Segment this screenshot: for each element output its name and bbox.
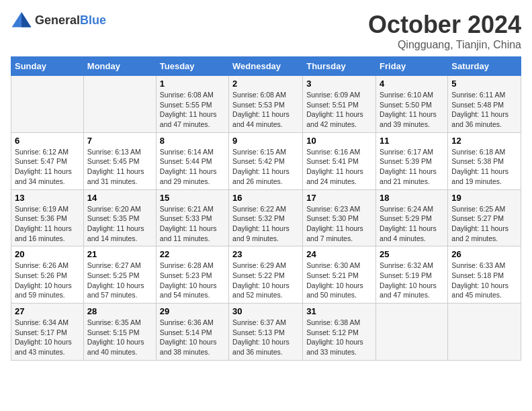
sunrise-text: Sunrise: 6:13 AM — [87, 148, 141, 156]
sunset-text: Sunset: 5:15 PM — [87, 328, 140, 336]
day-info: Sunrise: 6:18 AM Sunset: 5:38 PM Dayligh… — [451, 147, 517, 187]
calendar-cell: 9 Sunrise: 6:15 AM Sunset: 5:42 PM Dayli… — [229, 132, 303, 189]
calendar-cell: 16 Sunrise: 6:22 AM Sunset: 5:32 PM Dayl… — [229, 189, 303, 246]
day-number: 29 — [160, 306, 225, 316]
sunrise-text: Sunrise: 6:28 AM — [160, 261, 214, 269]
logo-text: GeneralBlue — [35, 13, 106, 28]
location-title: Qingguang, Tianjin, China — [368, 39, 521, 51]
day-number: 18 — [380, 193, 444, 203]
day-info: Sunrise: 6:15 AM Sunset: 5:42 PM Dayligh… — [232, 147, 299, 187]
day-number: 17 — [306, 193, 372, 203]
calendar-cell: 27 Sunrise: 6:34 AM Sunset: 5:17 PM Dayl… — [11, 304, 84, 361]
day-number: 6 — [15, 136, 80, 146]
day-number: 4 — [380, 79, 444, 89]
calendar-cell — [376, 304, 448, 361]
day-number: 26 — [451, 249, 517, 259]
sunset-text: Sunset: 5:47 PM — [15, 157, 67, 165]
sunrise-text: Sunrise: 6:30 AM — [306, 261, 360, 269]
day-number: 16 — [232, 193, 299, 203]
daylight-text: Daylight: 11 hours and 11 minutes. — [160, 224, 217, 242]
sunrise-text: Sunrise: 6:27 AM — [87, 261, 141, 269]
day-info: Sunrise: 6:35 AM Sunset: 5:15 PM Dayligh… — [87, 318, 152, 357]
sunset-text: Sunset: 5:13 PM — [232, 328, 285, 336]
day-info: Sunrise: 6:23 AM Sunset: 5:30 PM Dayligh… — [306, 204, 372, 244]
sunrise-text: Sunrise: 6:08 AM — [232, 91, 286, 99]
sunset-text: Sunset: 5:44 PM — [160, 157, 212, 165]
sunrise-text: Sunrise: 6:23 AM — [306, 205, 360, 213]
day-info: Sunrise: 6:12 AM Sunset: 5:47 PM Dayligh… — [15, 147, 80, 187]
sunrise-text: Sunrise: 6:09 AM — [306, 91, 360, 99]
sunset-text: Sunset: 5:39 PM — [380, 157, 432, 165]
sunrise-text: Sunrise: 6:20 AM — [87, 205, 141, 213]
calendar-cell: 26 Sunrise: 6:33 AM Sunset: 5:18 PM Dayl… — [448, 246, 521, 304]
weekday-header-sunday: Sunday — [11, 57, 84, 76]
day-number: 10 — [306, 136, 372, 146]
weekday-header-row: SundayMondayTuesdayWednesdayThursdayFrid… — [11, 57, 521, 76]
calendar-week-row: 20 Sunrise: 6:26 AM Sunset: 5:26 PM Dayl… — [11, 246, 521, 304]
day-number: 5 — [451, 79, 517, 89]
sunrise-text: Sunrise: 6:36 AM — [160, 318, 214, 326]
sunrise-text: Sunrise: 6:17 AM — [380, 148, 433, 156]
day-info: Sunrise: 6:34 AM Sunset: 5:17 PM Dayligh… — [15, 318, 80, 357]
daylight-text: Daylight: 11 hours and 31 minutes. — [87, 167, 144, 185]
calendar-cell: 31 Sunrise: 6:38 AM Sunset: 5:12 PM Dayl… — [303, 304, 376, 361]
sunrise-text: Sunrise: 6:26 AM — [15, 261, 69, 269]
logo-icon — [11, 11, 32, 30]
calendar-cell: 7 Sunrise: 6:13 AM Sunset: 5:45 PM Dayli… — [83, 132, 156, 189]
calendar-week-row: 1 Sunrise: 6:08 AM Sunset: 5:55 PM Dayli… — [11, 76, 521, 133]
daylight-text: Daylight: 10 hours and 38 minutes. — [160, 338, 217, 356]
sunrise-text: Sunrise: 6:33 AM — [451, 261, 505, 269]
sunrise-text: Sunrise: 6:12 AM — [15, 148, 69, 156]
day-info: Sunrise: 6:25 AM Sunset: 5:27 PM Dayligh… — [451, 204, 517, 244]
day-info: Sunrise: 6:20 AM Sunset: 5:35 PM Dayligh… — [87, 204, 152, 244]
day-number: 27 — [15, 306, 80, 316]
sunrise-text: Sunrise: 6:24 AM — [380, 205, 433, 213]
calendar-table: SundayMondayTuesdayWednesdayThursdayFrid… — [11, 56, 521, 361]
daylight-text: Daylight: 11 hours and 39 minutes. — [380, 110, 437, 128]
day-number: 3 — [306, 79, 372, 89]
day-info: Sunrise: 6:37 AM Sunset: 5:13 PM Dayligh… — [232, 318, 299, 357]
daylight-text: Daylight: 11 hours and 24 minutes. — [306, 167, 363, 185]
day-info: Sunrise: 6:22 AM Sunset: 5:32 PM Dayligh… — [232, 204, 299, 244]
day-number: 28 — [87, 306, 152, 316]
day-number: 1 — [160, 79, 225, 89]
sunset-text: Sunset: 5:23 PM — [160, 271, 212, 279]
day-number: 7 — [87, 136, 152, 146]
logo-general: General — [35, 13, 80, 27]
sunrise-text: Sunrise: 6:19 AM — [15, 205, 69, 213]
day-number: 23 — [232, 249, 299, 259]
sunset-text: Sunset: 5:14 PM — [160, 328, 212, 336]
day-info: Sunrise: 6:33 AM Sunset: 5:18 PM Dayligh… — [451, 261, 517, 300]
daylight-text: Daylight: 11 hours and 2 minutes. — [451, 224, 508, 242]
day-number: 30 — [232, 306, 299, 316]
calendar-cell — [83, 76, 156, 133]
sunset-text: Sunset: 5:32 PM — [232, 214, 285, 222]
calendar-cell: 13 Sunrise: 6:19 AM Sunset: 5:36 PM Dayl… — [11, 189, 84, 246]
day-info: Sunrise: 6:13 AM Sunset: 5:45 PM Dayligh… — [87, 147, 152, 187]
day-number: 8 — [160, 136, 225, 146]
sunset-text: Sunset: 5:45 PM — [87, 157, 140, 165]
calendar-cell: 22 Sunrise: 6:28 AM Sunset: 5:23 PM Dayl… — [156, 246, 228, 304]
daylight-text: Daylight: 10 hours and 40 minutes. — [87, 338, 144, 356]
sunset-text: Sunset: 5:36 PM — [15, 214, 67, 222]
daylight-text: Daylight: 11 hours and 36 minutes. — [451, 110, 508, 128]
sunrise-text: Sunrise: 6:18 AM — [451, 148, 505, 156]
day-number: 12 — [451, 136, 517, 146]
day-info: Sunrise: 6:26 AM Sunset: 5:26 PM Dayligh… — [15, 261, 80, 300]
daylight-text: Daylight: 11 hours and 14 minutes. — [87, 224, 144, 242]
day-number: 20 — [15, 249, 80, 259]
daylight-text: Daylight: 11 hours and 42 minutes. — [306, 110, 363, 128]
calendar-cell: 24 Sunrise: 6:30 AM Sunset: 5:21 PM Dayl… — [303, 246, 376, 304]
day-number: 19 — [451, 193, 517, 203]
calendar-cell: 28 Sunrise: 6:35 AM Sunset: 5:15 PM Dayl… — [83, 304, 156, 361]
day-info: Sunrise: 6:14 AM Sunset: 5:44 PM Dayligh… — [160, 147, 225, 187]
day-info: Sunrise: 6:08 AM Sunset: 5:55 PM Dayligh… — [160, 90, 225, 130]
day-info: Sunrise: 6:17 AM Sunset: 5:39 PM Dayligh… — [380, 147, 444, 187]
day-number: 22 — [160, 249, 225, 259]
day-info: Sunrise: 6:38 AM Sunset: 5:12 PM Dayligh… — [306, 318, 372, 357]
sunset-text: Sunset: 5:53 PM — [232, 101, 285, 109]
sunset-text: Sunset: 5:17 PM — [15, 328, 67, 336]
sunset-text: Sunset: 5:48 PM — [451, 101, 504, 109]
sunset-text: Sunset: 5:50 PM — [380, 101, 432, 109]
day-number: 31 — [306, 306, 372, 316]
